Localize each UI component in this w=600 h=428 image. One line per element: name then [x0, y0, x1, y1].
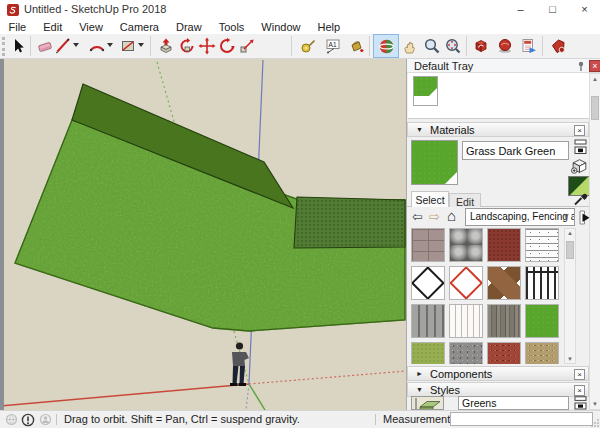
rectangle-tool-button[interactable]: [117, 35, 139, 57]
menu-item-edit[interactable]: Edit: [35, 20, 71, 34]
scale-tool-button[interactable]: [236, 35, 258, 57]
menu-item-help[interactable]: Help: [309, 20, 349, 34]
materials-section-header[interactable]: ▼ Materials ×: [407, 122, 589, 137]
modeling-viewport[interactable]: [0, 59, 406, 410]
line-tool-dropdown[interactable]: [73, 43, 79, 47]
scrollbar-thumb[interactable]: [566, 241, 574, 259]
material-swatch-plank-fence[interactable]: [411, 304, 445, 338]
rectangle-tool-dropdown[interactable]: [138, 43, 144, 47]
scroll-up-icon[interactable]: ▲: [565, 230, 575, 236]
in-model-material-thumbnail[interactable]: [413, 76, 438, 106]
select-arrow-icon: [10, 37, 28, 55]
toolbar-grip[interactable]: [2, 37, 5, 56]
tab-select[interactable]: Select: [411, 191, 449, 207]
follow-me-tool-button[interactable]: [176, 35, 198, 57]
tab-edit[interactable]: Edit: [449, 193, 481, 207]
material-swatch-wood-cross[interactable]: [487, 266, 521, 300]
push-pull-tool-button[interactable]: [155, 35, 177, 57]
auto-hide-pin-icon[interactable]: [576, 61, 586, 72]
tape-measure-tool-button[interactable]: [297, 35, 319, 57]
resize-grip-icon[interactable]: [591, 419, 599, 427]
arc-tool-button[interactable]: [86, 35, 108, 57]
text-icon: A1: [324, 37, 342, 55]
materials-grid-scrollbar[interactable]: ▲ ▼: [564, 228, 576, 364]
maximize-button[interactable]: □: [537, 0, 568, 19]
move-tool-button[interactable]: [196, 35, 218, 57]
toolbar-separator: [369, 36, 370, 56]
scroll-down-icon[interactable]: ▼: [590, 401, 600, 407]
home-icon[interactable]: ⌂: [447, 207, 456, 224]
active-style-thumbnail[interactable]: [411, 396, 444, 410]
geolocation-status-icon[interactable]: [5, 413, 18, 426]
components-section-header[interactable]: ► Components ×: [407, 366, 589, 381]
materials-tab-strip: Select Edit: [407, 190, 589, 207]
menu-item-view[interactable]: View: [71, 20, 112, 34]
chevron-down-icon[interactable]: ∨: [563, 211, 570, 221]
components-close-button[interactable]: ×: [574, 369, 585, 380]
active-material-preview[interactable]: [411, 140, 458, 185]
materials-close-button[interactable]: ×: [574, 125, 585, 136]
material-swatch-lattice-black[interactable]: [411, 266, 445, 300]
material-swatch-grass-olive[interactable]: [411, 342, 445, 364]
thumbnail-fold-corner: [445, 172, 457, 184]
back-arrow-icon[interactable]: ⇦: [412, 209, 423, 224]
collapse-arrow-icon[interactable]: ▼: [416, 126, 423, 133]
text-tool-button[interactable]: A1: [322, 35, 344, 57]
3d-warehouse-button[interactable]: [470, 35, 492, 57]
material-swatch-wire-fence[interactable]: [525, 228, 559, 262]
material-swatch-pavers[interactable]: [411, 228, 445, 262]
material-collection-dropdown[interactable]: Landscaping, Fencing and Ve: [465, 208, 575, 226]
style-name-field[interactable]: [458, 396, 569, 410]
material-swatch-gravel-tan[interactable]: [525, 342, 559, 364]
menu-item-draw[interactable]: Draw: [167, 20, 210, 34]
styles-close-button[interactable]: ×: [574, 385, 585, 396]
material-name-field[interactable]: [462, 141, 569, 160]
material-swatch-gravel-red[interactable]: [487, 342, 521, 364]
menu-item-window[interactable]: Window: [253, 20, 309, 34]
user-status-icon[interactable]: [39, 413, 52, 426]
material-swatch-brick-red[interactable]: [487, 228, 521, 262]
material-swatch-picket-fence[interactable]: [449, 304, 483, 338]
material-swatch-weathered-wood[interactable]: [487, 304, 521, 338]
forward-arrow-icon[interactable]: ⇨: [429, 209, 440, 224]
measurements-input[interactable]: [450, 412, 593, 426]
minimize-button[interactable]: –: [505, 0, 536, 19]
getting-started-toolbar: A1: [0, 34, 600, 59]
orbit-tool-button[interactable]: [373, 34, 399, 58]
material-swatch-gravel-gray[interactable]: [449, 342, 483, 364]
menu-item-file[interactable]: File: [0, 20, 35, 34]
material-swatch-grass-bright[interactable]: [525, 304, 559, 338]
styles-section-header[interactable]: ▼ Styles ×: [407, 382, 589, 397]
extension-warehouse-button[interactable]: [494, 35, 516, 57]
tray-scrollbar[interactable]: ▲ ▼: [589, 73, 600, 410]
expand-arrow-icon[interactable]: ►: [416, 370, 423, 377]
line-tool-button[interactable]: [52, 35, 74, 57]
collapse-arrow-icon[interactable]: ▼: [416, 386, 423, 393]
menu-item-tools[interactable]: Tools: [210, 20, 253, 34]
close-button[interactable]: ×: [569, 0, 600, 19]
scrollbar-thumb[interactable]: [591, 96, 599, 120]
menu-item-camera[interactable]: Camera: [111, 20, 167, 34]
model-tag-button[interactable]: [547, 35, 569, 57]
material-swatch-stone-blocks[interactable]: [449, 228, 483, 262]
secondary-pane-icon[interactable]: [574, 139, 587, 155]
paint-bucket-tool-button[interactable]: [345, 35, 367, 57]
arc-tool-dropdown[interactable]: [107, 43, 113, 47]
material-swatch-lattice-red[interactable]: [449, 266, 483, 300]
hatched-slope-face[interactable]: [294, 197, 405, 248]
pan-tool-button[interactable]: [399, 35, 421, 57]
secondary-pane-icon[interactable]: [574, 396, 587, 410]
sample-paint-eyedropper-icon[interactable]: [573, 190, 589, 206]
zoom-extents-tool-button[interactable]: [442, 35, 464, 57]
scroll-down-icon[interactable]: ▼: [565, 356, 575, 362]
create-material-icon[interactable]: [570, 156, 589, 175]
send-to-layout-button[interactable]: [518, 35, 540, 57]
rotate-tool-button[interactable]: [216, 35, 238, 57]
info-status-icon[interactable]: [21, 413, 35, 427]
select-tool-button[interactable]: [8, 35, 30, 57]
scroll-up-icon[interactable]: ▲: [590, 76, 600, 82]
zoom-tool-button[interactable]: [421, 35, 443, 57]
material-swatch-iron-fence[interactable]: [525, 266, 559, 300]
tray-header[interactable]: Default Tray ×: [407, 59, 600, 73]
tray-close-button[interactable]: ×: [589, 60, 600, 72]
